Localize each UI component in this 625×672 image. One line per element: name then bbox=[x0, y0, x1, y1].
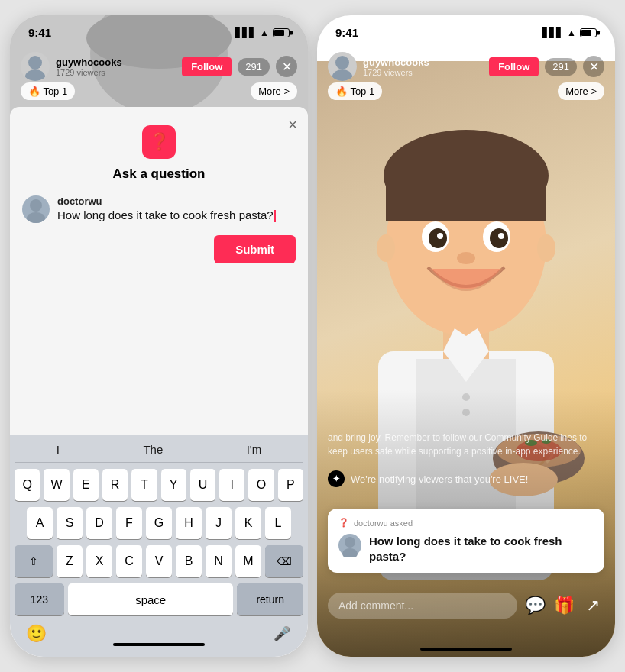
key-c[interactable]: C bbox=[116, 545, 142, 577]
key-l[interactable]: L bbox=[265, 507, 291, 539]
signal-icon: ▋▋▋ bbox=[235, 27, 256, 38]
key-p[interactable]: P bbox=[278, 469, 303, 501]
more-badge-right[interactable]: More > bbox=[558, 82, 604, 100]
predictive-row: I The I'm bbox=[15, 441, 303, 463]
key-a[interactable]: A bbox=[27, 507, 53, 539]
key-z[interactable]: Z bbox=[57, 545, 83, 577]
status-icons: ▋▋▋ ▲ bbox=[235, 27, 290, 38]
svg-rect-12 bbox=[386, 176, 546, 221]
key-d[interactable]: D bbox=[86, 507, 112, 539]
space-key[interactable]: space bbox=[68, 583, 233, 615]
follow-button[interactable]: Follow bbox=[182, 57, 232, 76]
wifi-icon: ▲ bbox=[260, 27, 269, 38]
svg-point-33 bbox=[345, 537, 355, 548]
header-bar: guywhocooks 1729 viewers Follow 291 ✕ bbox=[10, 46, 308, 87]
predictive-word-3[interactable]: I'm bbox=[247, 441, 262, 457]
battery-icon bbox=[273, 28, 290, 37]
asker-username: doctorwu bbox=[57, 195, 296, 207]
return-key[interactable]: return bbox=[237, 583, 303, 615]
key-s[interactable]: S bbox=[57, 507, 83, 539]
submit-area: Submit bbox=[22, 235, 296, 263]
question-card-header: ❓ doctorwu asked bbox=[338, 518, 594, 528]
asker-avatar bbox=[22, 195, 50, 223]
key-v[interactable]: V bbox=[146, 545, 172, 577]
key-q[interactable]: Q bbox=[15, 469, 40, 501]
question-icon: ❓ bbox=[142, 125, 176, 159]
battery-icon-right bbox=[580, 28, 597, 37]
right-phone: 9:41 ▋▋▋ ▲ guywhocooks 1729 viewers Foll… bbox=[317, 15, 615, 657]
left-phone: 9:41 ▋▋▋ ▲ guywhocooks 1729 viewers Foll… bbox=[10, 15, 308, 657]
status-time: 9:41 bbox=[28, 26, 51, 39]
viewer-count-right: 291 bbox=[545, 58, 577, 76]
svg-point-3 bbox=[28, 56, 42, 69]
status-bar: 9:41 ▋▋▋ ▲ bbox=[10, 15, 308, 44]
key-b[interactable]: B bbox=[176, 545, 202, 577]
question-text-block: doctorwu How long does it take to cook f… bbox=[57, 195, 296, 222]
key-g[interactable]: G bbox=[146, 507, 172, 539]
svg-point-4 bbox=[25, 69, 45, 81]
svg-point-18 bbox=[498, 233, 504, 239]
username-label-right: guywhocooks bbox=[363, 57, 483, 68]
shift-key[interactable]: ⇧ bbox=[15, 545, 53, 577]
close-button[interactable]: ✕ bbox=[276, 56, 297, 77]
key-r[interactable]: R bbox=[102, 469, 128, 501]
key-w[interactable]: W bbox=[44, 469, 69, 501]
question-card-avatar bbox=[338, 534, 361, 557]
predictive-word-2[interactable]: The bbox=[143, 441, 163, 457]
svg-point-17 bbox=[437, 233, 443, 239]
notification-text: and bring joy. Remember to follow our Co… bbox=[328, 431, 604, 458]
svg-point-6 bbox=[27, 212, 45, 223]
signal-icon-right: ▋▋▋ bbox=[542, 27, 563, 38]
submit-button[interactable]: Submit bbox=[214, 235, 296, 263]
status-icons-right: ▋▋▋ ▲ bbox=[542, 27, 597, 38]
share-icon[interactable]: ↗ bbox=[581, 594, 604, 617]
question-asker-label: doctorwu asked bbox=[354, 519, 413, 528]
status-time-right: 9:41 bbox=[335, 26, 358, 39]
question-card-icon: ❓ bbox=[338, 518, 349, 528]
home-bar-right bbox=[420, 648, 512, 651]
viewer-count: 291 bbox=[238, 58, 270, 76]
live-notification: ✦ We're notifying viewers that you're LI… bbox=[328, 470, 604, 487]
avatar bbox=[21, 52, 50, 81]
backspace-key[interactable]: ⌫ bbox=[265, 545, 303, 577]
text-cursor bbox=[274, 210, 276, 222]
header-bar-right: guywhocooks 1729 viewers Follow 291 ✕ bbox=[317, 46, 615, 87]
key-f[interactable]: F bbox=[116, 507, 142, 539]
key-x[interactable]: X bbox=[86, 545, 112, 577]
close-button-right[interactable]: ✕ bbox=[583, 56, 604, 77]
gift-icon[interactable]: 🎁 bbox=[552, 594, 575, 617]
top-bar-right: 🔥 Top 1 More > bbox=[317, 82, 615, 100]
tiktok-logo: ✦ bbox=[328, 470, 345, 487]
follow-button-right[interactable]: Follow bbox=[489, 57, 539, 76]
svg-point-20 bbox=[377, 234, 395, 262]
key-h[interactable]: H bbox=[176, 507, 202, 539]
question-card: ❓ doctorwu asked How long does it take t… bbox=[328, 509, 604, 573]
comment-icon[interactable]: 💬 bbox=[523, 594, 546, 617]
question-card-text: How long does it take to cook fresh past… bbox=[369, 534, 594, 564]
key-m[interactable]: M bbox=[235, 545, 261, 577]
key-k[interactable]: K bbox=[235, 507, 261, 539]
keyboard-row-1: Q W E R T Y U I O P bbox=[15, 469, 303, 501]
username-label: guywhocooks bbox=[56, 57, 176, 68]
keyboard-row-3: ⇧ Z X C V B N M ⌫ bbox=[15, 545, 303, 577]
modal-close-button[interactable]: × bbox=[288, 116, 297, 134]
microphone-key[interactable]: 🎤 bbox=[267, 619, 297, 649]
svg-point-32 bbox=[332, 69, 352, 81]
keyboard-bottom-row: 123 space return bbox=[15, 583, 303, 615]
num-key[interactable]: 123 bbox=[15, 583, 64, 615]
key-t[interactable]: T bbox=[131, 469, 157, 501]
key-i[interactable]: I bbox=[219, 469, 244, 501]
key-e[interactable]: E bbox=[73, 469, 99, 501]
user-info: guywhocooks 1729 viewers bbox=[56, 57, 176, 77]
question-row: doctorwu How long does it take to cook f… bbox=[22, 195, 296, 223]
keyboard: I The I'm Q W E R T Y U I O P A S D bbox=[10, 435, 308, 657]
more-badge[interactable]: More > bbox=[251, 82, 297, 100]
key-y[interactable]: Y bbox=[161, 469, 186, 501]
predictive-word-1[interactable]: I bbox=[57, 441, 60, 457]
key-o[interactable]: O bbox=[248, 469, 274, 501]
emoji-key[interactable]: 🙂 bbox=[21, 619, 51, 649]
key-u[interactable]: U bbox=[190, 469, 215, 501]
key-j[interactable]: J bbox=[206, 507, 232, 539]
comment-placeholder[interactable]: Add comment... bbox=[338, 599, 413, 612]
key-n[interactable]: N bbox=[206, 545, 232, 577]
